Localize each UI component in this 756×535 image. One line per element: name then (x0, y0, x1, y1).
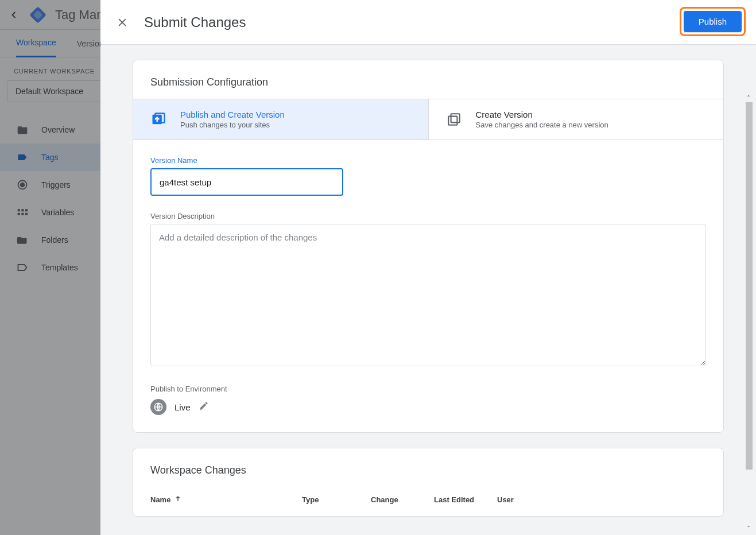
version-name-input[interactable] (150, 168, 343, 196)
col-change-header[interactable]: Change (371, 495, 434, 504)
choice-title: Create Version (476, 110, 608, 119)
scrollbar-track[interactable] (746, 102, 753, 520)
workspace-changes-title: Workspace Changes (150, 464, 706, 476)
create-version-icon (445, 110, 463, 129)
changes-table-header: Name Type Change Last Edited User (150, 495, 706, 505)
modal-body: Submission Configuration Publish and Cre… (100, 45, 756, 535)
publish-mode-choices: Publish and Create Version Push changes … (133, 99, 723, 140)
col-last-edited-header[interactable]: Last Edited (434, 495, 497, 504)
col-user-header[interactable]: User (497, 495, 706, 504)
submit-changes-modal: Submit Changes Publish Submission Config… (100, 0, 756, 535)
modal-header: Submit Changes Publish (100, 0, 756, 45)
scroll-up-arrow-icon[interactable] (743, 91, 754, 101)
col-type-header[interactable]: Type (302, 495, 371, 504)
svg-rect-12 (448, 117, 457, 125)
publish-button[interactable]: Publish (684, 11, 742, 32)
version-description-label: Version Description (150, 212, 706, 220)
modal-title: Submit Changes (144, 14, 246, 30)
submission-config-card: Submission Configuration Publish and Cre… (133, 60, 724, 433)
svg-rect-13 (451, 114, 459, 122)
choice-title: Publish and Create Version (180, 110, 285, 119)
version-description-input[interactable] (150, 224, 706, 366)
publish-highlight: Publish (680, 7, 746, 36)
close-icon[interactable] (114, 14, 130, 30)
publish-environment-label: Publish to Environment (150, 385, 706, 393)
scrollbar-thumb[interactable] (746, 102, 753, 470)
environment-name: Live (175, 402, 191, 412)
globe-icon (150, 399, 166, 415)
choice-publish-create-version[interactable]: Publish and Create Version Push changes … (133, 99, 428, 139)
sort-arrow-up-icon (174, 495, 182, 505)
col-name-header[interactable]: Name (150, 495, 302, 505)
environment-row: Live (150, 399, 706, 415)
choice-create-version[interactable]: Create Version Save changes and create a… (429, 99, 724, 139)
choice-subtitle: Save changes and create a new version (476, 121, 608, 129)
scroll-down-arrow-icon[interactable] (743, 521, 754, 532)
edit-environment-icon[interactable] (199, 401, 209, 413)
submission-config-title: Submission Configuration (150, 76, 706, 88)
publish-upload-icon (149, 110, 168, 129)
workspace-changes-card: Workspace Changes Name Type Change Last … (133, 448, 724, 517)
version-name-label: Version Name (150, 156, 706, 165)
choice-subtitle: Push changes to your sites (180, 121, 285, 129)
